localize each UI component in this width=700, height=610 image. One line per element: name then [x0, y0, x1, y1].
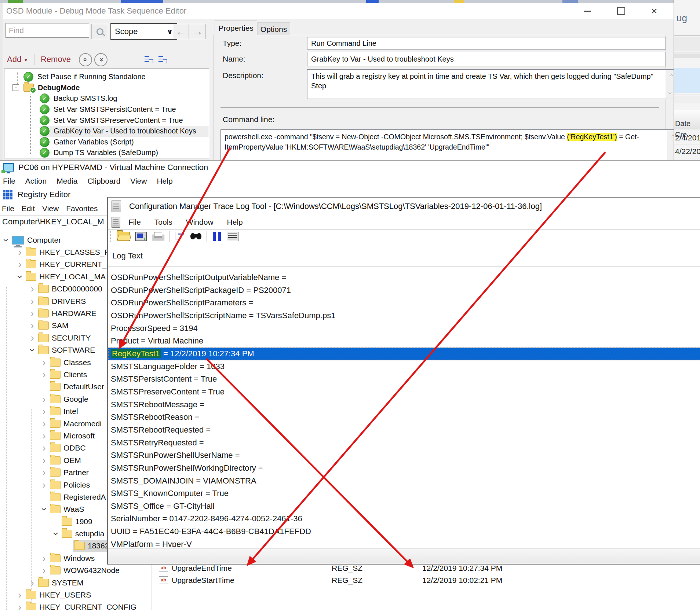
log-row[interactable]: SMSTSPreserveContent = True: [108, 386, 700, 398]
task-sequence-step[interactable]: − Backup SMSTS.log: [4, 93, 209, 104]
menu-item[interactable]: File: [3, 177, 15, 185]
menu-item[interactable]: Clipboard: [87, 177, 120, 185]
log-row[interactable]: OSDRunPowerShellScriptParameters =: [108, 297, 700, 309]
log-row[interactable]: SMSTSRebootRequested =: [108, 424, 700, 437]
menu-item[interactable]: View: [130, 177, 147, 185]
log-row[interactable]: VMPlatform = Hyper-V: [108, 538, 700, 547]
back-button[interactable]: ←: [173, 24, 189, 39]
log-row[interactable]: SMSTSRetryRequested =: [108, 437, 700, 449]
print-button[interactable]: [152, 235, 164, 241]
task-sequence-step[interactable]: − Dump TS Variables (SafeDump): [4, 147, 209, 158]
move-up-button[interactable]: «: [79, 53, 92, 66]
expander-icon[interactable]: [28, 346, 37, 354]
scope-dropdown[interactable]: Scope ∨: [110, 23, 177, 40]
scroll-down-icon[interactable]: ›: [666, 92, 674, 95]
menu-item[interactable]: File: [2, 204, 14, 213]
command-line-field[interactable]: powershell.exe -command "$tsenv = New-Ob…: [220, 129, 674, 162]
title-bar[interactable]: Configuration Manager Trace Log Tool - […: [108, 198, 700, 215]
expander-icon[interactable]: [40, 567, 48, 574]
task-sequence-step[interactable]: − DebugMode: [4, 82, 209, 93]
log-row[interactable]: SMSTSRebootMessage =: [108, 398, 700, 411]
pause-button[interactable]: [212, 232, 222, 241]
log-row[interactable]: ProcessorSpeed = 3194: [108, 322, 700, 335]
registry-key-row[interactable]: WOW6432Node: [0, 565, 151, 577]
title-bar[interactable]: PC06 on HYPERVAMD - Virtual Machine Conn…: [0, 161, 700, 174]
log-row[interactable]: SMSTSRebootReason =: [108, 411, 700, 424]
task-sequence-step[interactable]: − Set Var SMSTSPreserveContent = True: [4, 115, 209, 126]
expander-icon[interactable]: [15, 591, 24, 599]
tab-options[interactable]: Options: [257, 22, 290, 36]
expander-icon[interactable]: [28, 322, 37, 329]
log-row[interactable]: RegKeyTest1 = 12/2/2019 10:27:34 PM: [108, 348, 700, 360]
log-row[interactable]: SerialNumber = 0147-2202-8496-4274-0052-…: [108, 512, 700, 525]
maximize-button[interactable]: [613, 5, 629, 16]
remove-button[interactable]: Remove: [41, 52, 71, 67]
expander-icon[interactable]: [40, 469, 48, 476]
task-sequence-step[interactable]: − Gather Variables (Script): [4, 137, 209, 148]
find-button[interactable]: [190, 232, 201, 240]
log-view-button[interactable]: [227, 232, 238, 241]
expander-icon[interactable]: [28, 334, 37, 342]
log-row[interactable]: OSDRunPowerShellScriptScriptName = TSVar…: [108, 309, 700, 322]
log-row[interactable]: SMSTS_DOMAINJOIN = VIAMONSTRA: [108, 475, 700, 488]
task-sequence-step[interactable]: − GrabKey to Var - Used to troubleshoot …: [4, 126, 209, 137]
find-input[interactable]: [6, 23, 89, 38]
menu-item[interactable]: Tools: [154, 218, 172, 227]
log-row[interactable]: SMSTSRunPowerShellUserName =: [108, 449, 700, 462]
open-remote-button[interactable]: [135, 232, 147, 241]
log-row[interactable]: OSDRunPowerShellScriptPackageID = PS2000…: [108, 284, 700, 297]
add-button[interactable]: Add: [7, 52, 21, 67]
log-text-column-header[interactable]: Log Text: [112, 249, 143, 262]
minimize-button[interactable]: [579, 5, 595, 16]
expander-icon[interactable]: [40, 432, 48, 440]
registry-value-row[interactable]: ab UpgradeStartTime REG_SZ 12/2/2019 10:…: [151, 574, 700, 586]
expander-icon[interactable]: [40, 555, 48, 562]
menu-item[interactable]: View: [42, 204, 59, 213]
expander-icon[interactable]: [51, 530, 60, 537]
menu-item[interactable]: File: [128, 218, 141, 227]
expander-icon[interactable]: [15, 261, 24, 268]
expander-icon[interactable]: [28, 298, 37, 305]
expander-icon[interactable]: [15, 249, 24, 256]
description-field[interactable]: This will grab a registry key at point i…: [307, 69, 674, 99]
close-button[interactable]: ×: [646, 5, 662, 16]
expander-icon[interactable]: [40, 481, 48, 489]
log-row[interactable]: UUID = FA51EC40-E3FA-44C4-B6B9-CB41DA1FE…: [108, 525, 700, 538]
title-bar[interactable]: OSD Module - Debug Mode Task Sequence Ed…: [3, 3, 674, 19]
menu-item[interactable]: Media: [56, 177, 77, 185]
registry-key-row[interactable]: HKEY_USERS: [0, 589, 151, 601]
search-button[interactable]: [91, 24, 108, 39]
expander-icon[interactable]: [40, 420, 48, 427]
log-row[interactable]: SMSTS_Office = GT-CityHall: [108, 500, 700, 513]
expander-icon[interactable]: [28, 285, 37, 293]
open-file-button[interactable]: [117, 232, 130, 241]
expander-icon[interactable]: [40, 506, 48, 513]
expand-tree-icon[interactable]: [158, 55, 168, 64]
collapse-tree-icon[interactable]: [144, 55, 154, 64]
expander-icon[interactable]: [40, 359, 48, 366]
log-row[interactable]: OSDRunPowerShellScriptOutputVariableName…: [108, 271, 700, 284]
add-dropdown-caret-icon[interactable]: ▼: [24, 52, 28, 68]
forward-button[interactable]: →: [190, 24, 206, 39]
task-sequence-step[interactable]: − Set Var SMSTSPersistContent = True: [4, 104, 209, 115]
expander-icon[interactable]: [28, 579, 37, 587]
move-down-button[interactable]: «: [94, 53, 107, 66]
menu-item[interactable]: Window: [186, 218, 214, 227]
scrollbar[interactable]: ›: [667, 131, 674, 162]
expander-icon[interactable]: [15, 273, 24, 280]
log-row[interactable]: SMSTS_KnownComputer = True: [108, 487, 700, 500]
expander-icon[interactable]: [40, 396, 48, 403]
scroll-up-icon[interactable]: ›: [666, 74, 674, 77]
expander-icon[interactable]: [40, 457, 48, 464]
copy-button[interactable]: [175, 232, 185, 241]
expander-icon[interactable]: [1, 236, 10, 244]
scrollbar[interactable]: › ›: [666, 70, 674, 98]
registry-key-row[interactable]: SYSTEM: [0, 577, 151, 589]
tab-properties[interactable]: Properties: [215, 20, 257, 36]
menu-item[interactable]: Help: [227, 218, 243, 227]
expander-icon[interactable]: [40, 408, 48, 415]
menu-item[interactable]: Action: [25, 177, 47, 185]
menu-item[interactable]: Help: [157, 177, 172, 185]
task-sequence-step[interactable]: − Set Pause if Running Standalone: [4, 71, 209, 82]
expander-icon[interactable]: [40, 444, 48, 452]
